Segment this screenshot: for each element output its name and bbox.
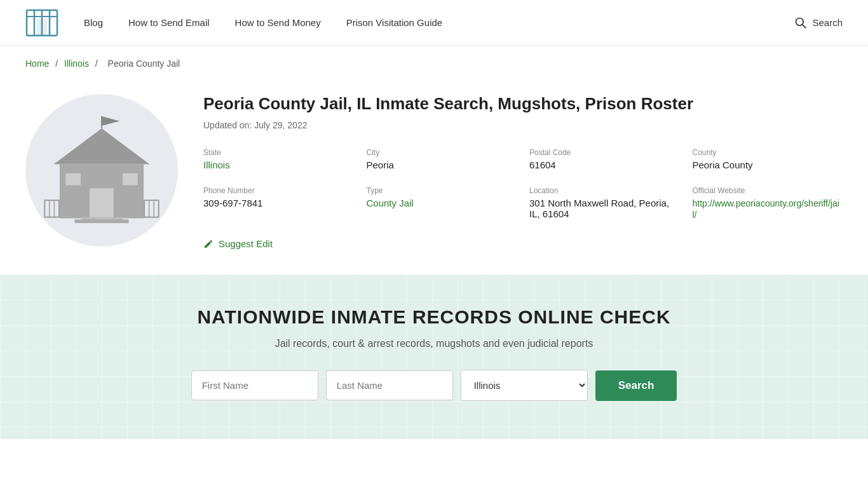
state-cell: State Illinois xyxy=(203,148,354,171)
breadcrumb: Home / Illinois / Peoria County Jail xyxy=(0,46,868,81)
svg-rect-12 xyxy=(90,188,114,218)
nav-how-to-send-money[interactable]: How to Send Money xyxy=(235,17,321,28)
location-cell: Location 301 North Maxwell Road, Peoria,… xyxy=(529,186,680,220)
county-value: Peoria County xyxy=(693,159,843,170)
city-value: Peoria xyxy=(367,159,517,170)
postal-code-value: 61604 xyxy=(529,159,680,170)
official-website-label: Official Website xyxy=(693,186,843,195)
svg-marker-9 xyxy=(53,128,149,165)
jail-title: Peoria County Jail, IL Inmate Search, Mu… xyxy=(203,94,843,114)
city-cell: City Peoria xyxy=(367,148,517,171)
phone-value: 309-697-7841 xyxy=(203,198,354,208)
postal-code-cell: Postal Code 61604 xyxy=(529,148,680,171)
logo[interactable] xyxy=(25,8,58,38)
postal-code-label: Postal Code xyxy=(529,148,680,157)
nav-prison-visitation-guide[interactable]: Prison Visitation Guide xyxy=(346,17,442,28)
svg-rect-17 xyxy=(44,200,59,217)
search-label: Search xyxy=(812,17,843,28)
nationwide-subtitle: Jail records, court & arrest records, mu… xyxy=(25,338,843,349)
county-label: County xyxy=(693,148,843,157)
pencil-icon xyxy=(203,239,214,249)
nav-how-to-send-email[interactable]: How to Send Email xyxy=(128,17,210,28)
jail-info: Peoria County Jail, IL Inmate Search, Mu… xyxy=(203,94,843,249)
svg-rect-5 xyxy=(37,19,47,36)
search-button[interactable]: Search xyxy=(595,370,677,401)
suggest-edit-label: Suggest Edit xyxy=(219,238,273,249)
search-icon xyxy=(794,17,807,29)
type-label: Type xyxy=(367,186,517,195)
type-cell: Type County Jail xyxy=(367,186,517,220)
nationwide-title: NATIONWIDE INMATE RECORDS ONLINE CHECK xyxy=(25,306,843,328)
search-trigger[interactable]: Search xyxy=(794,17,843,29)
jail-image xyxy=(25,94,178,247)
phone-label: Phone Number xyxy=(203,186,354,195)
svg-line-7 xyxy=(803,24,806,27)
breadcrumb-sep1: / xyxy=(55,58,60,69)
jail-building-icon xyxy=(41,116,162,224)
breadcrumb-current: Peoria County Jail xyxy=(108,58,180,69)
location-label: Location xyxy=(529,186,680,195)
location-value: 301 North Maxwell Road, Peoria, IL, 6160… xyxy=(529,198,680,219)
last-name-input[interactable] xyxy=(326,370,453,400)
state-label: State xyxy=(203,148,354,157)
first-name-input[interactable] xyxy=(191,370,318,400)
breadcrumb-sep2: / xyxy=(95,58,100,69)
breadcrumb-state[interactable]: Illinois xyxy=(64,58,89,69)
suggest-edit-link[interactable]: Suggest Edit xyxy=(203,238,843,249)
nationwide-section: NATIONWIDE INMATE RECORDS ONLINE CHECK J… xyxy=(0,274,868,439)
svg-rect-14 xyxy=(123,173,138,186)
official-website-value[interactable]: http://www.peoriacounty.org/sheriff/jail… xyxy=(693,198,839,220)
main-nav: Blog How to Send Email How to Send Money… xyxy=(84,17,794,28)
official-website-cell: Official Website http://www.peoriacounty… xyxy=(693,186,843,220)
type-value[interactable]: County Jail xyxy=(367,198,414,208)
county-cell: County Peoria County xyxy=(693,148,843,171)
svg-marker-11 xyxy=(102,116,119,126)
svg-rect-13 xyxy=(65,173,81,186)
breadcrumb-home[interactable]: Home xyxy=(25,58,49,69)
svg-point-6 xyxy=(796,18,804,25)
svg-rect-20 xyxy=(144,200,159,217)
phone-cell: Phone Number 309-697-7841 xyxy=(203,186,354,220)
main-content: Peoria County Jail, IL Inmate Search, Mu… xyxy=(0,81,868,274)
nav-blog[interactable]: Blog xyxy=(84,17,103,28)
state-select[interactable]: Alabama Alaska Arizona Arkansas Californ… xyxy=(461,370,588,401)
logo-icon xyxy=(25,8,58,38)
updated-on: Updated on: July 29, 2022 xyxy=(203,120,843,130)
header: Blog How to Send Email How to Send Money… xyxy=(0,0,868,46)
info-grid: State Illinois City Peoria Postal Code 6… xyxy=(203,148,843,220)
svg-rect-16 xyxy=(75,219,129,223)
state-value[interactable]: Illinois xyxy=(203,159,230,170)
city-label: City xyxy=(367,148,517,157)
inmate-search-form: Alabama Alaska Arizona Arkansas Californ… xyxy=(25,370,843,401)
